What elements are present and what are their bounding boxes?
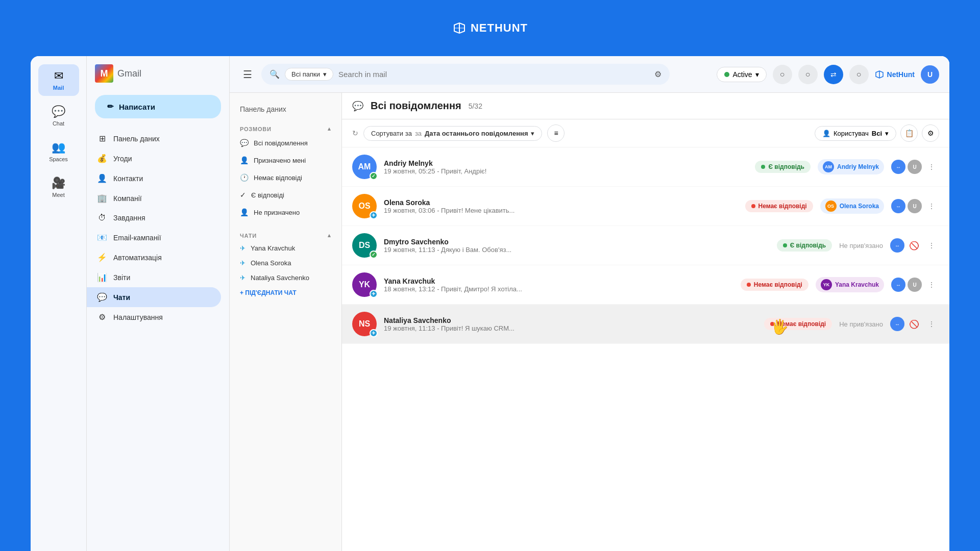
spaces-icon: 👥 bbox=[52, 141, 65, 154]
compose-button[interactable]: ✏ Написати bbox=[95, 95, 221, 118]
message-preview: 19 жовтня, 03:06 - Привіт! Мене цікавить… bbox=[384, 207, 588, 214]
avatar: YK ✈ bbox=[352, 272, 377, 297]
message-sender: Dmytro Savchenko bbox=[384, 238, 770, 246]
sort-chevron-icon: ▾ bbox=[531, 130, 534, 137]
not-assigned-icon: 👤 bbox=[240, 208, 249, 216]
sidebar-item-avtomatyzatsiia[interactable]: ⚡ Автоматизація bbox=[87, 247, 221, 267]
panel-chat-nataliya[interactable]: ✈ Nataliya Savchenko bbox=[230, 270, 341, 285]
sort-button[interactable]: Сортувати за за Дата останнього повідомл… bbox=[363, 126, 542, 141]
panel-item-not-assigned[interactable]: 👤 Не призначено bbox=[230, 204, 341, 221]
status-pill[interactable]: Active ▾ bbox=[717, 67, 766, 82]
user-avatar[interactable]: U bbox=[921, 65, 939, 84]
filter-button[interactable]: ≡ bbox=[547, 124, 565, 142]
message-info: Nataliya Savchenko 19 жовтня, 11:13 - Пр… bbox=[384, 316, 757, 332]
search-input[interactable] bbox=[338, 70, 649, 79]
panel-dashboard-label[interactable]: Панель даних bbox=[230, 101, 341, 121]
chevron-down-icon: ▾ bbox=[755, 70, 759, 79]
table-row[interactable]: AM ✓ Andriy Melnyk 19 жовтня, 05:25 - Пр… bbox=[342, 147, 949, 187]
message-info: Olena Soroka 19 жовтня, 03:06 - Привіт! … bbox=[384, 198, 738, 214]
compose-pencil-icon: ✏ bbox=[107, 102, 114, 111]
message-preview: 19 жовтня, 05:25 - Привіт, Андріє! bbox=[384, 167, 588, 175]
sidebar-item-nalashtuvannia[interactable]: ⚙ Налаштування bbox=[87, 307, 221, 327]
table-row[interactable]: YK ✈ Yana Kravchuk 18 жовтня, 13:12 - Пр… bbox=[342, 265, 949, 305]
more-button[interactable]: ⋮ bbox=[924, 198, 939, 214]
user-mini-avatar: U bbox=[908, 278, 922, 292]
more-button[interactable]: ⋮ bbox=[924, 238, 939, 253]
sidebar-item-email-kampanii[interactable]: 📧 Email-кампанії bbox=[87, 228, 221, 247]
user-filter-button[interactable]: 👤 Користувач Всі ▾ bbox=[815, 126, 896, 141]
gmail-label: Gmail bbox=[117, 68, 141, 79]
avatar: DS ✓ bbox=[352, 233, 377, 258]
header-icon-btn-1[interactable]: ○ bbox=[773, 65, 792, 84]
sidebar-item-mail[interactable]: ✉ Mail bbox=[38, 64, 79, 96]
gmail-sidebar: ✉ Mail 💬 Chat 👥 Spaces 🎥 Meet bbox=[31, 56, 87, 551]
user-mini-avatar: U bbox=[908, 199, 922, 213]
message-info: Dmytro Savchenko 19 жовтня, 11:13 - Дяку… bbox=[384, 238, 770, 254]
folders-pill[interactable]: Всі папки ▾ bbox=[285, 68, 333, 81]
assigned-chip: OS Olena Soroka bbox=[820, 198, 884, 214]
nethunt-header-logo: NetHunt bbox=[875, 70, 915, 79]
status-badge: Немає відповіді bbox=[745, 200, 813, 212]
panel-item-has-reply[interactable]: ✓ Є відповіді bbox=[230, 186, 341, 204]
sidebar-item-spaces[interactable]: 👥 Spaces bbox=[38, 136, 79, 167]
add-chat-button[interactable]: + ПІД'ЄДНАТИ ЧАТ bbox=[230, 285, 341, 300]
table-row[interactable]: OS ✈ Olena Soroka 19 жовтня, 03:06 - При… bbox=[342, 187, 949, 226]
meet-icon: 🎥 bbox=[52, 177, 65, 190]
header-icon-btn-3[interactable]: ○ bbox=[849, 65, 869, 84]
sidebar-item-meet[interactable]: 🎥 Meet bbox=[38, 171, 79, 203]
sidebar-item-panel-danh[interactable]: ⊞ Панель даних bbox=[87, 129, 221, 148]
more-button[interactable]: ⋮ bbox=[924, 316, 939, 332]
panel-item-no-reply[interactable]: 🕐 Немає відповіді bbox=[230, 169, 341, 186]
all-messages-icon: 💬 bbox=[240, 139, 249, 147]
search-bar[interactable]: 🔍 Всі папки ▾ ⚙ bbox=[261, 64, 670, 85]
header-icon-btn-2[interactable]: ○ bbox=[798, 65, 818, 84]
message-sender: Nataliya Savchenko bbox=[384, 316, 757, 324]
table-row[interactable]: DS ✓ Dmytro Savchenko 19 жовтня, 11:13 -… bbox=[342, 226, 949, 265]
message-info: Andriy Melnyk 19 жовтня, 05:25 - Привіт,… bbox=[384, 159, 748, 175]
sidebar-item-kompanii[interactable]: 🏢 Компанії bbox=[87, 188, 221, 208]
status-dot-sm bbox=[761, 165, 765, 169]
panel-item-assigned-to-me[interactable]: 👤 Призначено мені bbox=[230, 152, 341, 169]
sidebar-item-zavdannia[interactable]: ⏱ Завдання bbox=[87, 208, 221, 228]
row-actions: ↔ U ⋮ bbox=[891, 198, 939, 214]
message-info: Yana Kravchuk 18 жовтня, 13:12 - Привіт,… bbox=[384, 277, 733, 293]
panel-chat-yana[interactable]: ✈ Yana Kravchuk bbox=[230, 241, 341, 256]
table-row[interactable]: NS ✈ Nataliya Savchenko 19 жовтня, 11:13… bbox=[342, 305, 949, 344]
panel-chat-olena[interactable]: ✈ Olena Soroka bbox=[230, 256, 341, 270]
more-button[interactable]: ⋮ bbox=[924, 277, 939, 292]
message-list-count: 5/32 bbox=[469, 102, 482, 110]
nethunt-nav-icon[interactable]: ⇄ bbox=[824, 65, 843, 84]
filter-icon[interactable]: ⚙ bbox=[654, 69, 662, 79]
tasks-icon: ⏱ bbox=[97, 213, 107, 222]
person-block-btn-2[interactable]: 🚫 bbox=[906, 316, 922, 332]
menu-button[interactable]: ☰ bbox=[240, 65, 255, 84]
status-dot-sm bbox=[783, 243, 787, 247]
sidebar-item-uhody[interactable]: 💰 Угоди bbox=[87, 148, 221, 168]
user-filter-icon: 👤 bbox=[822, 130, 830, 137]
deals-icon: 💰 bbox=[97, 154, 107, 163]
automation-icon: ⚡ bbox=[97, 253, 107, 262]
sidebar-item-kontakty[interactable]: 👤 Контакти bbox=[87, 168, 221, 188]
conversations-section-label[interactable]: РОЗМОВИ ▴ bbox=[230, 121, 341, 134]
status-badge: Є відповідь bbox=[777, 239, 832, 252]
settings-btn-ml[interactable]: 📋 bbox=[900, 124, 918, 142]
sidebar-item-chaty[interactable]: 💬 Чати bbox=[87, 287, 221, 307]
panel-item-all-messages[interactable]: 💬 Всі повідомлення bbox=[230, 134, 341, 152]
chip-avatar: AM bbox=[823, 161, 834, 172]
chats-section-label[interactable]: ЧАТИ ▴ bbox=[230, 228, 341, 241]
columns-btn[interactable]: ⚙ bbox=[922, 124, 939, 142]
sidebar-item-chat[interactable]: 💬 Chat bbox=[38, 100, 79, 132]
assigned-icon: 👤 bbox=[240, 156, 249, 164]
circle-icon-3: ○ bbox=[856, 70, 862, 79]
telegram-badge-2: ✈ bbox=[370, 290, 378, 298]
message-list-header: 💬 Всі повідомлення 5/32 bbox=[342, 93, 949, 119]
sidebar-item-zvity[interactable]: 📊 Звіти bbox=[87, 267, 221, 287]
person-block-btn[interactable]: 🚫 bbox=[906, 238, 922, 253]
more-button[interactable]: ⋮ bbox=[924, 159, 939, 174]
top-header: ☰ 🔍 Всі папки ▾ ⚙ Active ▾ bbox=[230, 56, 949, 93]
avatar: OS ✈ bbox=[352, 194, 377, 218]
message-list-title: Всі повідомлення bbox=[371, 100, 461, 112]
no-reply-icon: 🕐 bbox=[240, 173, 249, 182]
assign-avatar: ↔ bbox=[891, 199, 905, 213]
ml-toolbar: ↻ Сортувати за за Дата останнього повідо… bbox=[342, 119, 949, 147]
